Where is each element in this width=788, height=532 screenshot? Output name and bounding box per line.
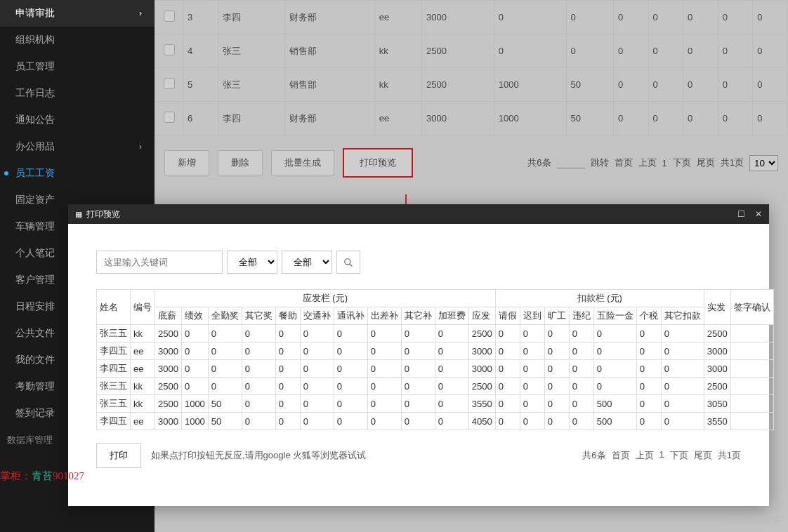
sidebar-item-0[interactable]: 申请审批› — [0, 0, 155, 27]
search-row: 全部 全部 — [96, 251, 741, 274]
sidebar-item-3[interactable]: 工作日志 — [0, 80, 155, 107]
print-row: 张三五kk2500000000000250000000002500 — [97, 378, 774, 395]
filter1-select[interactable]: 全部 — [227, 251, 277, 274]
sidebar-item-4[interactable]: 通知公告 — [0, 107, 155, 133]
chevron-right-icon: › — [139, 8, 142, 18]
print-button[interactable]: 打印 — [96, 443, 141, 468]
maximize-icon[interactable]: ☐ — [737, 209, 745, 219]
mpager-last[interactable]: 尾页 — [694, 449, 712, 462]
sidebar-item-6[interactable]: 员工工资 — [0, 160, 155, 187]
mpager-page: 1 — [659, 449, 664, 462]
th-yf-group: 应发栏 (元) — [155, 290, 496, 307]
print-hint: 如果点打印按钮无反应,请用google 火狐等浏览器试试 — [151, 449, 366, 462]
search-icon — [343, 258, 353, 267]
print-preview-modal: ▦ 打印预览 ☐ ✕ 全部 全部 姓名 编号 应发栏 (元) 扣款栏 (元) 实… — [68, 204, 769, 506]
modal-titlebar[interactable]: ▦ 打印预览 ☐ ✕ — [68, 204, 769, 224]
print-row: 李四五ee3000100050000000040500000500003550 — [97, 413, 774, 430]
modal-title: 打印预览 — [86, 208, 120, 220]
mpager-next[interactable]: 下页 — [670, 449, 688, 462]
mpager-prev[interactable]: 上页 — [636, 449, 654, 462]
modal-pager: 共6条 首页 上页 1 下页 尾页 共1页 — [582, 449, 741, 462]
modal-footer: 打印 如果点打印按钮无反应,请用google 火狐等浏览器试试 共6条 首页 上… — [96, 443, 741, 468]
th-sf: 实发 — [704, 290, 730, 325]
watermark-site: @51CTO博客 — [724, 514, 781, 526]
print-row: 李四五ee3000000000000300000000003000 — [97, 343, 774, 360]
watermark-author: 掌柜：青苔901027 — [0, 470, 84, 483]
mpager-first[interactable]: 首页 — [612, 449, 630, 462]
close-icon[interactable]: ✕ — [755, 209, 762, 219]
svg-point-0 — [345, 258, 350, 264]
print-row: 李四五ee3000000000000300000000003000 — [97, 360, 774, 378]
chevron-right-icon: › — [139, 142, 142, 152]
mpager-pages: 共1页 — [718, 449, 741, 462]
print-row: 张三五kk2500000000000250000000002500 — [97, 325, 774, 343]
filter2-select[interactable]: 全部 — [282, 251, 332, 274]
sidebar-item-1[interactable]: 组织机构 — [0, 27, 155, 53]
th-code: 编号 — [131, 290, 155, 325]
sidebar-item-5[interactable]: 办公用品› — [0, 133, 155, 160]
th-sign: 签字确认 — [730, 290, 773, 325]
svg-line-1 — [350, 263, 353, 266]
search-button[interactable] — [336, 251, 360, 274]
print-row: 张三五kk2500100050000000035500000500003050 — [97, 395, 774, 413]
keyword-input[interactable] — [96, 251, 223, 274]
window-icon: ▦ — [75, 210, 82, 219]
th-kk-group: 扣款栏 (元) — [495, 290, 704, 307]
sidebar-item-2[interactable]: 员工管理 — [0, 53, 155, 80]
mpager-total: 共6条 — [582, 449, 605, 462]
print-table: 姓名 编号 应发栏 (元) 扣款栏 (元) 实发 签字确认 底薪 绩效 全勤奖 … — [96, 289, 774, 430]
th-name: 姓名 — [97, 290, 131, 325]
